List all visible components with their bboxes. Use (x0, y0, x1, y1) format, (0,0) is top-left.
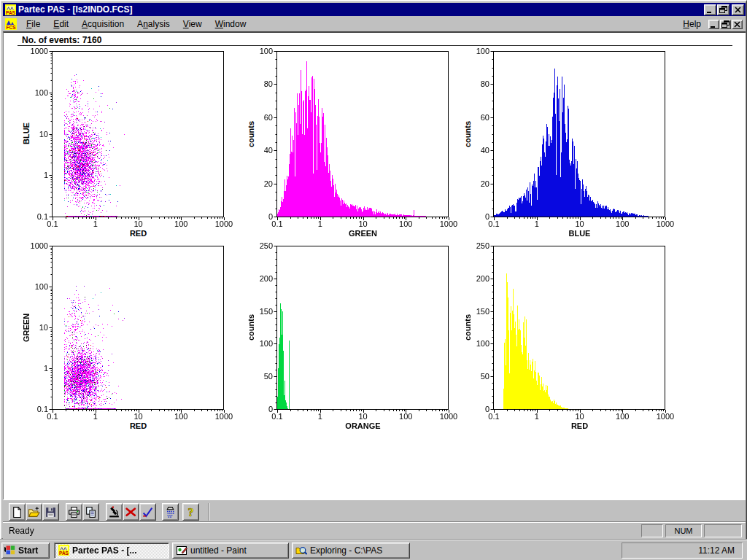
x-tick-label: 1000 (648, 219, 683, 228)
restore-icon[interactable] (717, 4, 729, 15)
y-tick-label: 150 (247, 307, 273, 316)
restore-icon[interactable] (720, 20, 731, 29)
copy-button[interactable] (82, 503, 99, 521)
status-bar: Ready NUM (3, 521, 746, 539)
menu-analysis[interactable]: Analysis (131, 18, 177, 31)
fcs-document-icon[interactable]: FCS (5, 18, 17, 30)
x-tick-label: 10 (121, 412, 156, 421)
minimize-icon[interactable] (708, 20, 719, 29)
x-tick-label: 1 (303, 412, 338, 421)
x-tick-label: 10 (346, 219, 381, 228)
y-tick-label: 50 (463, 372, 489, 381)
start-button[interactable]: Start (1, 542, 50, 559)
taskbar-task-2[interactable]: Exploring - C:\PAS (292, 542, 410, 559)
taskbar-task-0[interactable]: PASPartec PAS - [... (54, 542, 169, 559)
y-axis-label: counts (245, 51, 257, 217)
new-document-button[interactable] (9, 503, 26, 521)
y-tick-label: 60 (463, 113, 489, 122)
taskbar: Start PASPartec PAS - [...untitled - Pai… (0, 540, 747, 560)
app-window: PAS Partec PAS - [Is2INDO.FCS] FCS FileE… (0, 0, 747, 540)
y-tick-label: 1 (22, 171, 48, 179)
x-tick-label: 100 (388, 412, 423, 421)
minimize-icon[interactable] (704, 4, 716, 15)
y-tick-label: 20 (247, 179, 273, 188)
help-question-icon: ? (185, 506, 197, 518)
y-tick-label: 80 (463, 79, 489, 88)
menu-items: FileEditAcquisitionAnalysisViewWindow (20, 18, 252, 31)
plot-canvas[interactable] (486, 51, 667, 227)
red-x-button[interactable] (123, 503, 139, 521)
x-tick-label: 10 (562, 219, 597, 228)
x-tick-label: 1 (519, 219, 554, 228)
y-tick-label: 250 (463, 241, 489, 250)
menu-edit[interactable]: Edit (47, 18, 75, 31)
plot-canvas[interactable] (269, 246, 450, 419)
rinse-shower-icon (164, 506, 177, 518)
plot-canvas[interactable] (269, 51, 450, 227)
x-tick-label: 1000 (431, 219, 466, 228)
paint-icon (176, 545, 187, 556)
x-axis-label: ORANGE (277, 421, 449, 430)
histogram-orange: counts ORANGE 0.111010010002502001501005… (277, 246, 449, 409)
toolbar-separator (208, 503, 209, 521)
y-axis-label: counts (462, 246, 473, 409)
clock[interactable]: 11:12 AM (698, 545, 735, 556)
y-tick-label: 200 (247, 274, 273, 283)
y-tick-label: 100 (247, 47, 273, 55)
y-tick-label: 200 (463, 274, 489, 283)
menu-help[interactable]: Help (676, 18, 708, 31)
x-tick-label: 1 (303, 219, 338, 228)
num-lock-indicator: NUM (665, 524, 702, 537)
close-icon[interactable] (732, 4, 744, 15)
system-tray: 11:12 AM (622, 542, 743, 559)
y-tick-label: 1000 (22, 241, 48, 250)
y-tick-label: 100 (247, 339, 273, 348)
plot-canvas[interactable] (44, 246, 225, 419)
print-button[interactable] (66, 503, 82, 521)
check-button[interactable] (139, 503, 156, 521)
x-axis-label: BLUE (494, 229, 665, 238)
toolbar: ? (3, 499, 746, 521)
task-label: Partec PAS - [... (72, 545, 136, 556)
y-tick-label: 100 (22, 282, 48, 291)
open-folder-button[interactable] (26, 503, 42, 521)
status-message: Ready (9, 526, 34, 536)
plot-canvas[interactable] (44, 51, 225, 227)
x-tick-label: 1 (519, 412, 554, 421)
x-axis-label: GREEN (277, 229, 449, 238)
help-question-button[interactable]: ? (182, 503, 199, 521)
y-tick-label: 0 (463, 405, 489, 413)
close-icon[interactable] (732, 20, 743, 29)
taskbar-task-1[interactable]: untitled - Paint (172, 542, 289, 559)
plot-canvas[interactable] (486, 246, 667, 419)
separator-line (18, 45, 732, 46)
menu-file[interactable]: File (20, 18, 47, 31)
x-tick-label: 1000 (206, 412, 241, 421)
copy-icon (85, 506, 97, 518)
menu-view[interactable]: View (177, 18, 209, 31)
svg-text:FCS: FCS (7, 25, 17, 30)
menu-acquisition[interactable]: Acquisition (75, 18, 131, 31)
y-tick-label: 50 (247, 372, 273, 381)
y-tick-label: 60 (247, 113, 273, 122)
microscope-button[interactable] (106, 503, 123, 521)
window-controls (703, 4, 744, 15)
y-tick-label: 0.1 (22, 405, 48, 413)
histogram-red: counts RED 0.11101001000250200150100500 (494, 246, 665, 409)
y-tick-label: 100 (463, 47, 489, 55)
x-tick-label: 1000 (648, 412, 683, 421)
save-floppy-icon (44, 506, 57, 518)
x-tick-label: 10 (562, 412, 597, 421)
save-floppy-button[interactable] (42, 503, 59, 521)
svg-text:?: ? (188, 506, 194, 518)
y-tick-label: 10 (22, 130, 48, 139)
rinse-shower-button[interactable] (162, 503, 179, 521)
menu-window[interactable]: Window (209, 18, 253, 31)
histogram-green: counts GREEN 0.11101001000100806040200 (277, 51, 449, 217)
y-tick-label: 40 (463, 146, 489, 155)
x-tick-label: 10 (121, 219, 156, 228)
event-count-label: No. of events: 7160 (22, 35, 101, 45)
app-icon[interactable]: PAS (5, 4, 16, 15)
svg-text:PAS: PAS (6, 9, 16, 15)
y-tick-label: 1 (22, 364, 48, 373)
